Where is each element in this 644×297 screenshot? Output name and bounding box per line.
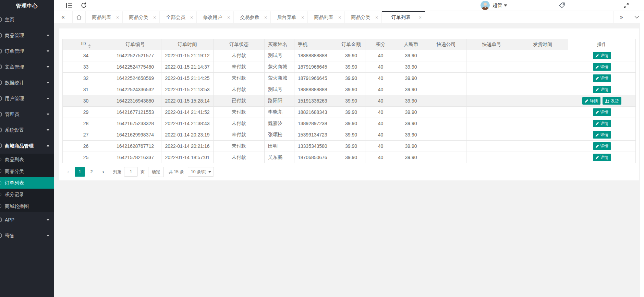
cell-id: 28 bbox=[63, 118, 109, 129]
detail-button-label: 详情 bbox=[600, 132, 609, 138]
user-menu-caret-icon[interactable] bbox=[504, 4, 507, 7]
cell-express-company bbox=[426, 152, 466, 163]
cell-ship-time bbox=[517, 73, 568, 84]
tab-backend-menu[interactable]: 后台菜单× bbox=[271, 11, 308, 23]
sidebar-item-order-mgmt[interactable]: 订单管理 bbox=[0, 43, 54, 59]
close-icon[interactable]: × bbox=[263, 14, 268, 21]
close-icon[interactable]: × bbox=[418, 14, 423, 21]
close-icon[interactable]: × bbox=[152, 14, 157, 21]
tabs-scroll-right-button[interactable]: » bbox=[613, 11, 629, 23]
current-user-name[interactable]: 超管 bbox=[493, 2, 502, 9]
cell-express-company bbox=[426, 84, 466, 95]
pagination: ‹ 12 › 到第 页 确定 共 15 条 10 条/页 bbox=[62, 167, 636, 177]
cell-id: 33 bbox=[63, 61, 109, 73]
tab-edit-user[interactable]: 修改用户× bbox=[197, 11, 234, 23]
sort-icon[interactable] bbox=[88, 44, 91, 48]
sidebar-item-mall-banner[interactable]: 商城轮播图 bbox=[0, 200, 54, 212]
close-icon[interactable]: × bbox=[189, 14, 194, 21]
detail-button[interactable]: 详情 bbox=[593, 74, 611, 82]
sidebar-item-points-log[interactable]: 积分记录 bbox=[0, 189, 54, 200]
avatar[interactable] bbox=[481, 1, 490, 10]
close-icon[interactable]: × bbox=[337, 14, 342, 21]
menu-item-icon bbox=[0, 128, 2, 132]
sidebar-item-mall-goods-mgmt[interactable]: 商城商品管理 bbox=[0, 138, 54, 154]
detail-button[interactable]: 详情 bbox=[593, 120, 611, 127]
ship-button[interactable]: 发货 bbox=[603, 97, 621, 105]
tab-goods-category-1[interactable]: 商品分类× bbox=[123, 11, 160, 23]
per-page-select[interactable]: 10 条/页 bbox=[188, 167, 214, 177]
detail-button[interactable]: 详情 bbox=[593, 142, 611, 150]
cell-express-company bbox=[426, 118, 466, 129]
menu-item-icon bbox=[0, 33, 2, 38]
cell-actions: 详情发货 bbox=[568, 95, 636, 107]
cell-phone: 15399134723 bbox=[294, 129, 337, 141]
close-icon[interactable]: × bbox=[300, 14, 305, 21]
cell-phone: 18706850676 bbox=[294, 152, 337, 163]
detail-button[interactable]: 详情 bbox=[593, 86, 611, 93]
cell-id: 31 bbox=[63, 84, 109, 95]
col-header-order-no: 订单编号 bbox=[109, 39, 161, 50]
tab-goods-list-1[interactable]: 商品列表× bbox=[86, 11, 123, 23]
fullscreen-button[interactable] bbox=[619, 0, 633, 11]
cell-points: 40 bbox=[365, 129, 396, 141]
cell-id: 26 bbox=[63, 141, 109, 152]
refresh-button[interactable] bbox=[76, 0, 91, 11]
sidebar-item-admins[interactable]: 管理员 bbox=[0, 106, 54, 122]
next-page-button[interactable]: › bbox=[98, 167, 108, 177]
sidebar-item-goods-category[interactable]: 商品分类 bbox=[0, 165, 54, 177]
prev-page-button[interactable]: ‹ bbox=[63, 167, 73, 177]
sidebar-item-home[interactable]: 主页 bbox=[0, 12, 54, 27]
detail-button[interactable]: 详情 bbox=[593, 131, 611, 139]
pencil-icon bbox=[595, 76, 599, 80]
cell-buyer-name: 萤火商城 bbox=[265, 61, 294, 73]
close-icon[interactable]: × bbox=[115, 14, 120, 21]
detail-button[interactable]: 详情 bbox=[593, 108, 611, 116]
sidebar-item-goods-mgmt[interactable]: 商品管理 bbox=[0, 27, 54, 43]
sidebar-item-user-mgmt[interactable]: 用户管理 bbox=[0, 91, 54, 106]
cell-order-status: 未付款 bbox=[214, 152, 265, 163]
chevron-down-icon bbox=[47, 235, 49, 237]
col-header-points: 积分 bbox=[365, 39, 396, 50]
detail-button[interactable]: 详情 bbox=[593, 154, 611, 161]
detail-button[interactable]: 详情 bbox=[593, 52, 611, 59]
sidebar-menu: 主页商品管理订单管理文章管理数据统计用户管理管理员系统设置商城商品管理商品列表商… bbox=[0, 12, 54, 243]
cell-order-status: 未付款 bbox=[214, 61, 265, 73]
col-header-label: ID bbox=[81, 41, 86, 46]
cell-amount: 39.90 bbox=[337, 50, 365, 61]
cell-id: 29 bbox=[63, 107, 109, 118]
scrollbar-track[interactable] bbox=[640, 23, 644, 297]
menu-item-icon bbox=[0, 233, 2, 238]
tab-home[interactable] bbox=[73, 11, 86, 23]
sidebar-item-goods-list[interactable]: 商品列表 bbox=[0, 154, 54, 165]
tab-options-button[interactable] bbox=[629, 11, 644, 23]
page-button-2[interactable]: 2 bbox=[86, 167, 97, 177]
tab-trade-params[interactable]: 交易参数× bbox=[234, 11, 271, 23]
goto-confirm-button[interactable]: 确定 bbox=[148, 167, 164, 177]
cell-rmb: 39.90 bbox=[396, 107, 426, 118]
page-button-1[interactable]: 1 bbox=[75, 167, 85, 177]
sidebar-item-data-stats[interactable]: 数据统计 bbox=[0, 75, 54, 91]
table-row: 27164216299983742022-01-14 20:23:19未付款张颂… bbox=[63, 129, 636, 141]
sidebar-item-consign[interactable]: 寄售 bbox=[0, 228, 54, 243]
close-icon[interactable]: × bbox=[226, 14, 231, 21]
cell-order-no: 16421578216337 bbox=[109, 152, 161, 163]
goto-page-input[interactable] bbox=[124, 167, 138, 177]
sidebar-item-system-settings[interactable]: 系统设置 bbox=[0, 122, 54, 138]
tag-button[interactable] bbox=[555, 0, 569, 11]
sidebar-item-app[interactable]: APP bbox=[0, 212, 54, 228]
tab-order-list[interactable]: 订单列表× bbox=[382, 11, 425, 23]
tab-goods-category-2[interactable]: 商品分类× bbox=[345, 11, 382, 23]
detail-button[interactable]: 详情 bbox=[593, 63, 611, 71]
sidebar-collapse-button[interactable] bbox=[62, 0, 76, 11]
tab-all-members[interactable]: 全部会员× bbox=[160, 11, 197, 23]
table-row: 30164223169438802022-01-15 15:28:14已付款路阳… bbox=[63, 95, 636, 107]
close-icon[interactable]: × bbox=[374, 14, 379, 21]
cell-express-company bbox=[426, 61, 466, 73]
detail-button[interactable]: 详情 bbox=[582, 97, 600, 105]
tabs-scroll-left-button[interactable]: « bbox=[54, 11, 73, 23]
sidebar-item-label: 商城轮播图 bbox=[5, 203, 29, 209]
tab-goods-list-2[interactable]: 商品列表× bbox=[308, 11, 345, 23]
chevron-down-icon bbox=[47, 66, 49, 68]
sidebar-item-article-mgmt[interactable]: 文章管理 bbox=[0, 59, 54, 75]
sidebar-item-order-list[interactable]: 订单列表 bbox=[0, 177, 54, 189]
